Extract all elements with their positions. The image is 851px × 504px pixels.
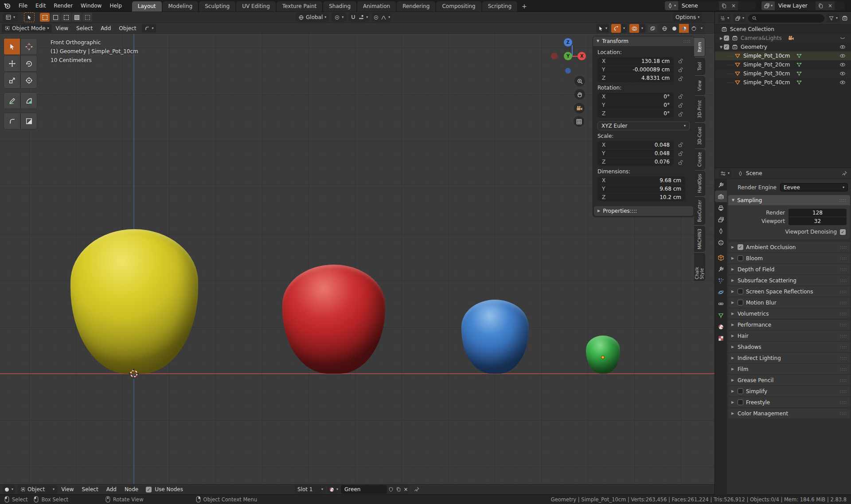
pot-green-10cm[interactable] — [586, 336, 620, 374]
node-menu-add[interactable]: Add — [102, 484, 121, 495]
outliner-row-geometry[interactable]: ▼ ✓ Geometry — [715, 43, 851, 51]
select-mode-extend-button[interactable] — [51, 13, 60, 22]
rotation-z-lock-icon[interactable] — [678, 111, 683, 117]
sidebar-tab-hardops[interactable]: HardOps — [694, 171, 705, 196]
sampling-panel-header[interactable]: ▼ Sampling :::: — [728, 195, 850, 205]
add-workspace-button[interactable]: + — [518, 1, 531, 12]
transform-panel-header[interactable]: ▼ Transform :::: — [593, 36, 694, 46]
pot-red-30cm[interactable] — [282, 265, 385, 374]
rotation-mode-dropdown[interactable]: XYZ Euler ▾ — [597, 121, 690, 130]
scale-x-field[interactable]: X0.048 — [597, 141, 674, 149]
xray-toggle[interactable] — [648, 24, 657, 33]
select-mode-invert-button[interactable] — [72, 13, 82, 22]
outliner-row-simple-pot-40cm[interactable]: Simple_Pot_40cm — [715, 78, 851, 87]
overlays-dropdown[interactable]: ▾ — [639, 24, 645, 33]
eye-icon[interactable] — [839, 70, 846, 77]
proportional-dropdown[interactable]: ▾ — [388, 16, 390, 19]
panel-film[interactable]: ▶Film:::: — [728, 364, 850, 374]
editor-type-shader-dropdown[interactable]: ▾ — [2, 485, 15, 494]
gizmo-z-axis[interactable]: Z — [564, 38, 572, 47]
tab-animation[interactable]: Animation — [357, 1, 396, 12]
pan-button[interactable] — [574, 89, 585, 100]
rotation-z-field[interactable]: Z0° — [597, 109, 674, 117]
simplify-checkbox[interactable] — [738, 388, 743, 394]
shading-material-button[interactable] — [679, 24, 689, 33]
mode-dropdown[interactable]: Object Mode ▾ — [2, 24, 52, 33]
eye-icon[interactable] — [839, 53, 846, 59]
menu-render[interactable]: Render — [50, 0, 77, 12]
tab-output[interactable] — [715, 202, 727, 214]
tab-modifiers[interactable] — [715, 263, 727, 275]
eye-icon[interactable] — [839, 44, 846, 50]
rotation-y-field[interactable]: Y0° — [597, 101, 674, 109]
viewport-canvas[interactable]: Front Orthographic (1) Geometry | Simple… — [0, 34, 714, 484]
viewport-menu-select[interactable]: Select — [72, 23, 97, 34]
tab-compositing[interactable]: Compositing — [436, 1, 481, 12]
properties-drag-handle[interactable]: :::: — [630, 208, 637, 214]
gizmo-x-axis[interactable]: X — [578, 52, 586, 60]
panel-hair[interactable]: ▶Hair:::: — [728, 331, 850, 341]
use-nodes-checkbox[interactable]: ✓ — [146, 487, 152, 492]
view-layer-copy-icon[interactable] — [816, 1, 826, 10]
cursor-tool[interactable] — [20, 38, 37, 55]
camera-lights-checkbox[interactable]: ✓ — [724, 35, 729, 41]
zoom-button[interactable] — [574, 76, 585, 86]
properties-editor-type-dropdown[interactable]: ▾ — [718, 169, 731, 178]
properties-collapsed-panel[interactable]: ▶ Properties :::: — [594, 206, 693, 216]
sidebar-tab-item[interactable]: Item — [694, 37, 705, 57]
menu-window[interactable]: Window — [77, 0, 105, 12]
tab-scene[interactable] — [715, 225, 727, 237]
menu-help[interactable]: Help — [105, 0, 125, 12]
panel-indirect-lighting[interactable]: ▶Indirect Lighting:::: — [728, 353, 850, 363]
view-layer-icon[interactable]: ▾ — [761, 1, 775, 10]
tab-tool[interactable] — [715, 179, 727, 191]
tab-rendering[interactable]: Rendering — [397, 1, 435, 12]
panel-depth-of-field[interactable]: ▶Depth of Field:::: — [728, 264, 850, 274]
panel-ambient-occlusion[interactable]: ▶✓Ambient Occlusion:::: — [728, 242, 850, 252]
scale-y-lock-icon[interactable] — [678, 151, 683, 156]
sidebar-tab-boxcutter[interactable]: BoxCutter — [694, 197, 705, 225]
tab-object[interactable] — [715, 252, 727, 263]
location-z-field[interactable]: Z4.8331 cm — [597, 74, 674, 82]
sampling-viewport-field[interactable]: 32 — [789, 217, 847, 225]
scene-copy-icon[interactable] — [719, 1, 729, 10]
gizmo-y-axis[interactable]: Y — [564, 52, 572, 60]
panel-screen-space-reflections[interactable]: ▶Screen Space Reflections:::: — [728, 286, 850, 297]
tab-texture-paint[interactable]: Texture Paint — [277, 1, 322, 12]
panel-color-management[interactable]: ▶Color Management:::: — [728, 408, 850, 418]
tab-constraints[interactable] — [715, 298, 727, 309]
gizmo-minus-x-axis[interactable] — [551, 53, 558, 59]
tab-material[interactable] — [715, 321, 727, 332]
shading-solid-button[interactable] — [669, 24, 679, 33]
proportional-falloff-icon[interactable] — [381, 15, 386, 20]
panel-subsurface-scattering[interactable]: ▶Subsurface Scattering:::: — [728, 275, 850, 285]
material-name-field[interactable]: Green — [341, 485, 387, 494]
transform-pivot-popover[interactable]: ▾ — [142, 24, 156, 33]
eye-icon[interactable] — [839, 62, 846, 68]
outliner-row-scene-collection[interactable]: Scene Collection — [715, 25, 851, 34]
material-copy-icon[interactable] — [394, 485, 402, 494]
ssr-checkbox[interactable] — [738, 289, 743, 294]
freestyle-checkbox[interactable] — [738, 399, 743, 405]
scale-x-lock-icon[interactable] — [678, 142, 683, 148]
geometry-checkbox[interactable]: ✓ — [724, 44, 729, 50]
material-unlink-icon[interactable]: × — [402, 485, 410, 494]
rotate-tool[interactable] — [20, 55, 37, 72]
scale-z-lock-icon[interactable] — [678, 160, 683, 165]
location-z-lock-icon[interactable] — [678, 76, 683, 82]
panel-performance[interactable]: ▶Performance:::: — [728, 320, 850, 330]
measure-tool[interactable] — [20, 92, 37, 109]
tab-physics[interactable] — [715, 286, 727, 298]
material-browse-dropdown[interactable]: ▾ — [327, 485, 340, 494]
panel-freestyle[interactable]: ▶Freestyle:::: — [728, 397, 850, 407]
sampling-render-field[interactable]: 128 — [789, 209, 847, 217]
panel-grease-pencil[interactable]: ▶Grease Pencil:::: — [728, 375, 850, 385]
location-x-lock-icon[interactable] — [678, 58, 683, 64]
tab-object-data[interactable] — [715, 309, 727, 321]
outliner-search-input[interactable] — [748, 14, 824, 23]
menu-file[interactable]: File — [15, 0, 31, 12]
add-primitive-tool[interactable] — [20, 113, 37, 129]
active-tool-selector[interactable]: ▾ — [3, 13, 18, 22]
panel-drag-handle[interactable]: :::: — [683, 39, 691, 43]
fake-user-icon[interactable] — [387, 485, 394, 494]
